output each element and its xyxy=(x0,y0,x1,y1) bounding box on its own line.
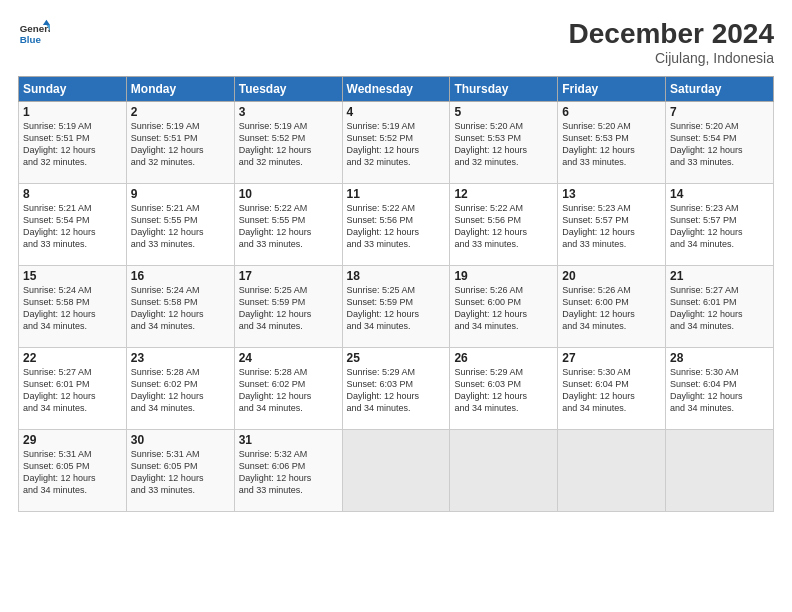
day-cell: 11Sunrise: 5:22 AM Sunset: 5:56 PM Dayli… xyxy=(342,184,450,266)
day-cell: 26Sunrise: 5:29 AM Sunset: 6:03 PM Dayli… xyxy=(450,348,558,430)
day-cell: 18Sunrise: 5:25 AM Sunset: 5:59 PM Dayli… xyxy=(342,266,450,348)
day-cell xyxy=(666,430,774,512)
day-number: 17 xyxy=(239,269,338,283)
day-number: 21 xyxy=(670,269,769,283)
calendar: SundayMondayTuesdayWednesdayThursdayFrid… xyxy=(18,76,774,512)
day-cell: 27Sunrise: 5:30 AM Sunset: 6:04 PM Dayli… xyxy=(558,348,666,430)
title-block: December 2024 Cijulang, Indonesia xyxy=(569,18,774,66)
day-info: Sunrise: 5:23 AM Sunset: 5:57 PM Dayligh… xyxy=(670,202,769,251)
day-number: 6 xyxy=(562,105,661,119)
day-info: Sunrise: 5:31 AM Sunset: 6:05 PM Dayligh… xyxy=(131,448,230,497)
header-cell-wednesday: Wednesday xyxy=(342,77,450,102)
day-number: 19 xyxy=(454,269,553,283)
day-cell: 16Sunrise: 5:24 AM Sunset: 5:58 PM Dayli… xyxy=(126,266,234,348)
day-info: Sunrise: 5:26 AM Sunset: 6:00 PM Dayligh… xyxy=(562,284,661,333)
day-cell xyxy=(342,430,450,512)
day-number: 2 xyxy=(131,105,230,119)
day-number: 18 xyxy=(347,269,446,283)
day-number: 22 xyxy=(23,351,122,365)
day-cell: 17Sunrise: 5:25 AM Sunset: 5:59 PM Dayli… xyxy=(234,266,342,348)
header-cell-thursday: Thursday xyxy=(450,77,558,102)
day-number: 5 xyxy=(454,105,553,119)
day-number: 13 xyxy=(562,187,661,201)
day-info: Sunrise: 5:19 AM Sunset: 5:51 PM Dayligh… xyxy=(23,120,122,169)
day-number: 12 xyxy=(454,187,553,201)
day-info: Sunrise: 5:19 AM Sunset: 5:52 PM Dayligh… xyxy=(347,120,446,169)
day-info: Sunrise: 5:23 AM Sunset: 5:57 PM Dayligh… xyxy=(562,202,661,251)
day-info: Sunrise: 5:29 AM Sunset: 6:03 PM Dayligh… xyxy=(347,366,446,415)
logo: General Blue xyxy=(18,18,50,50)
subtitle: Cijulang, Indonesia xyxy=(569,50,774,66)
day-info: Sunrise: 5:20 AM Sunset: 5:54 PM Dayligh… xyxy=(670,120,769,169)
week-row-2: 8Sunrise: 5:21 AM Sunset: 5:54 PM Daylig… xyxy=(19,184,774,266)
day-cell: 12Sunrise: 5:22 AM Sunset: 5:56 PM Dayli… xyxy=(450,184,558,266)
day-info: Sunrise: 5:24 AM Sunset: 5:58 PM Dayligh… xyxy=(131,284,230,333)
day-info: Sunrise: 5:22 AM Sunset: 5:56 PM Dayligh… xyxy=(347,202,446,251)
day-number: 28 xyxy=(670,351,769,365)
header-row: SundayMondayTuesdayWednesdayThursdayFrid… xyxy=(19,77,774,102)
header-cell-tuesday: Tuesday xyxy=(234,77,342,102)
page: General Blue December 2024 Cijulang, Ind… xyxy=(0,0,792,612)
day-cell: 6Sunrise: 5:20 AM Sunset: 5:53 PM Daylig… xyxy=(558,102,666,184)
day-number: 20 xyxy=(562,269,661,283)
day-number: 16 xyxy=(131,269,230,283)
day-number: 31 xyxy=(239,433,338,447)
week-row-4: 22Sunrise: 5:27 AM Sunset: 6:01 PM Dayli… xyxy=(19,348,774,430)
day-info: Sunrise: 5:21 AM Sunset: 5:54 PM Dayligh… xyxy=(23,202,122,251)
day-cell: 13Sunrise: 5:23 AM Sunset: 5:57 PM Dayli… xyxy=(558,184,666,266)
day-info: Sunrise: 5:30 AM Sunset: 6:04 PM Dayligh… xyxy=(670,366,769,415)
calendar-header: SundayMondayTuesdayWednesdayThursdayFrid… xyxy=(19,77,774,102)
day-number: 27 xyxy=(562,351,661,365)
day-info: Sunrise: 5:27 AM Sunset: 6:01 PM Dayligh… xyxy=(670,284,769,333)
header-cell-friday: Friday xyxy=(558,77,666,102)
day-cell xyxy=(450,430,558,512)
day-number: 25 xyxy=(347,351,446,365)
svg-text:Blue: Blue xyxy=(20,34,42,45)
day-info: Sunrise: 5:21 AM Sunset: 5:55 PM Dayligh… xyxy=(131,202,230,251)
day-cell: 2Sunrise: 5:19 AM Sunset: 5:51 PM Daylig… xyxy=(126,102,234,184)
day-cell: 23Sunrise: 5:28 AM Sunset: 6:02 PM Dayli… xyxy=(126,348,234,430)
day-info: Sunrise: 5:26 AM Sunset: 6:00 PM Dayligh… xyxy=(454,284,553,333)
day-cell: 9Sunrise: 5:21 AM Sunset: 5:55 PM Daylig… xyxy=(126,184,234,266)
header: General Blue December 2024 Cijulang, Ind… xyxy=(18,18,774,66)
day-cell: 19Sunrise: 5:26 AM Sunset: 6:00 PM Dayli… xyxy=(450,266,558,348)
day-cell: 4Sunrise: 5:19 AM Sunset: 5:52 PM Daylig… xyxy=(342,102,450,184)
day-number: 24 xyxy=(239,351,338,365)
day-cell xyxy=(558,430,666,512)
day-cell: 15Sunrise: 5:24 AM Sunset: 5:58 PM Dayli… xyxy=(19,266,127,348)
header-cell-saturday: Saturday xyxy=(666,77,774,102)
logo-icon: General Blue xyxy=(18,18,50,50)
day-cell: 8Sunrise: 5:21 AM Sunset: 5:54 PM Daylig… xyxy=(19,184,127,266)
day-info: Sunrise: 5:28 AM Sunset: 6:02 PM Dayligh… xyxy=(131,366,230,415)
day-cell: 7Sunrise: 5:20 AM Sunset: 5:54 PM Daylig… xyxy=(666,102,774,184)
day-cell: 5Sunrise: 5:20 AM Sunset: 5:53 PM Daylig… xyxy=(450,102,558,184)
day-info: Sunrise: 5:31 AM Sunset: 6:05 PM Dayligh… xyxy=(23,448,122,497)
day-number: 8 xyxy=(23,187,122,201)
week-row-3: 15Sunrise: 5:24 AM Sunset: 5:58 PM Dayli… xyxy=(19,266,774,348)
day-info: Sunrise: 5:28 AM Sunset: 6:02 PM Dayligh… xyxy=(239,366,338,415)
day-number: 11 xyxy=(347,187,446,201)
day-number: 7 xyxy=(670,105,769,119)
day-info: Sunrise: 5:32 AM Sunset: 6:06 PM Dayligh… xyxy=(239,448,338,497)
day-number: 14 xyxy=(670,187,769,201)
week-row-5: 29Sunrise: 5:31 AM Sunset: 6:05 PM Dayli… xyxy=(19,430,774,512)
day-info: Sunrise: 5:27 AM Sunset: 6:01 PM Dayligh… xyxy=(23,366,122,415)
header-cell-monday: Monday xyxy=(126,77,234,102)
day-number: 4 xyxy=(347,105,446,119)
day-info: Sunrise: 5:22 AM Sunset: 5:56 PM Dayligh… xyxy=(454,202,553,251)
day-cell: 21Sunrise: 5:27 AM Sunset: 6:01 PM Dayli… xyxy=(666,266,774,348)
day-cell: 24Sunrise: 5:28 AM Sunset: 6:02 PM Dayli… xyxy=(234,348,342,430)
week-row-1: 1Sunrise: 5:19 AM Sunset: 5:51 PM Daylig… xyxy=(19,102,774,184)
day-info: Sunrise: 5:20 AM Sunset: 5:53 PM Dayligh… xyxy=(454,120,553,169)
day-number: 9 xyxy=(131,187,230,201)
day-info: Sunrise: 5:30 AM Sunset: 6:04 PM Dayligh… xyxy=(562,366,661,415)
day-number: 3 xyxy=(239,105,338,119)
day-info: Sunrise: 5:19 AM Sunset: 5:51 PM Dayligh… xyxy=(131,120,230,169)
day-number: 1 xyxy=(23,105,122,119)
day-info: Sunrise: 5:25 AM Sunset: 5:59 PM Dayligh… xyxy=(347,284,446,333)
day-cell: 10Sunrise: 5:22 AM Sunset: 5:55 PM Dayli… xyxy=(234,184,342,266)
day-cell: 25Sunrise: 5:29 AM Sunset: 6:03 PM Dayli… xyxy=(342,348,450,430)
day-info: Sunrise: 5:22 AM Sunset: 5:55 PM Dayligh… xyxy=(239,202,338,251)
day-cell: 22Sunrise: 5:27 AM Sunset: 6:01 PM Dayli… xyxy=(19,348,127,430)
day-number: 10 xyxy=(239,187,338,201)
